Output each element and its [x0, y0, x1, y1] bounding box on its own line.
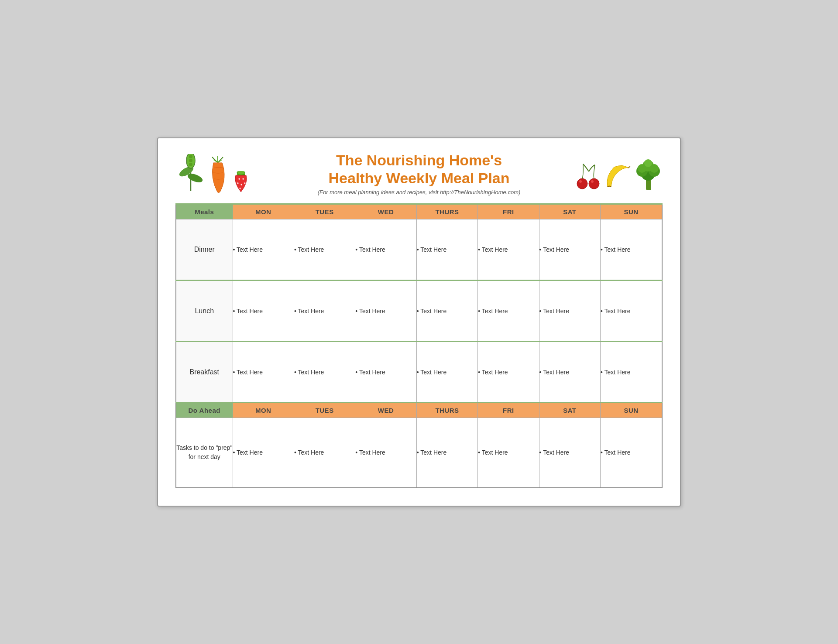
- do-ahead-tues-header: TUES: [294, 403, 355, 418]
- dinner-tues[interactable]: Text Here: [294, 219, 355, 281]
- dinner-thurs[interactable]: Text Here: [416, 219, 477, 281]
- lunch-label: Lunch: [176, 281, 233, 342]
- subtitle: (For more meal planning ideas and recipe…: [263, 189, 575, 195]
- lunch-row: Lunch Text Here Text Here Text Here Text…: [176, 281, 662, 342]
- breakfast-sun[interactable]: Text Here: [601, 342, 662, 403]
- svg-point-19: [244, 182, 246, 184]
- header-title: The Nourishing Home's Healthy Weekly Mea…: [263, 151, 575, 195]
- lunch-tues[interactable]: Text Here: [294, 281, 355, 342]
- do-ahead-fri-header: FRI: [478, 403, 539, 418]
- do-ahead-mon-header: MON: [233, 403, 294, 418]
- do-ahead-header-row: Do Ahead MON TUES WED THURS FRI SAT SUN: [176, 403, 662, 418]
- do-ahead-mon[interactable]: Text Here: [233, 418, 294, 488]
- breakfast-thurs[interactable]: Text Here: [416, 342, 477, 403]
- wed-header: WED: [355, 204, 416, 219]
- svg-point-23: [579, 180, 582, 183]
- dinner-sun[interactable]: Text Here: [601, 219, 662, 281]
- do-ahead-sat[interactable]: Text Here: [539, 418, 600, 488]
- tues-header: TUES: [294, 204, 355, 219]
- dinner-wed[interactable]: Text Here: [355, 219, 416, 281]
- do-ahead-sun-header: SUN: [601, 403, 662, 418]
- right-icons: [575, 156, 663, 191]
- do-ahead-wed[interactable]: Text Here: [355, 418, 416, 488]
- svg-point-18: [241, 184, 242, 185]
- lunch-wed[interactable]: Text Here: [355, 281, 416, 342]
- sun-header: SUN: [601, 204, 662, 219]
- strawberry-icon: [231, 169, 251, 193]
- lunch-mon[interactable]: Text Here: [233, 281, 294, 342]
- svg-point-17: [237, 182, 239, 184]
- meal-plan-table: Meals MON TUES WED THURS FRI SAT SUN Din…: [175, 203, 663, 488]
- do-ahead-tues[interactable]: Text Here: [294, 418, 355, 488]
- fri-header: FRI: [478, 204, 539, 219]
- dinner-row: Dinner Text Here Text Here Text Here Tex…: [176, 219, 662, 281]
- broccoli-icon: [634, 156, 663, 191]
- svg-point-16: [243, 178, 244, 180]
- do-ahead-fri[interactable]: Text Here: [478, 418, 539, 488]
- breakfast-label: Breakfast: [176, 342, 233, 403]
- title-line1: The Nourishing Home's Healthy Weekly Mea…: [263, 151, 575, 187]
- do-ahead-thurs-header: THURS: [416, 403, 477, 418]
- lunch-sat[interactable]: Text Here: [539, 281, 600, 342]
- breakfast-tues[interactable]: Text Here: [294, 342, 355, 403]
- svg-point-15: [239, 178, 240, 180]
- svg-point-14: [237, 171, 244, 175]
- svg-point-4: [189, 155, 192, 158]
- svg-point-22: [589, 178, 599, 189]
- svg-point-24: [591, 180, 594, 183]
- breakfast-mon[interactable]: Text Here: [233, 342, 294, 403]
- peas-icon: [175, 154, 204, 193]
- svg-point-6: [189, 163, 192, 166]
- do-ahead-header: Do Ahead: [176, 403, 233, 418]
- meals-header: Meals: [176, 204, 233, 219]
- breakfast-fri[interactable]: Text Here: [478, 342, 539, 403]
- do-ahead-thurs[interactable]: Text Here: [416, 418, 477, 488]
- dinner-sat[interactable]: Text Here: [539, 219, 600, 281]
- lunch-sun[interactable]: Text Here: [601, 281, 662, 342]
- breakfast-row: Breakfast Text Here Text Here Text Here …: [176, 342, 662, 403]
- lunch-fri[interactable]: Text Here: [478, 281, 539, 342]
- sat-header: SAT: [539, 204, 600, 219]
- carrot-icon: [206, 156, 230, 193]
- cherry-icon: [577, 163, 601, 191]
- mon-header: MON: [233, 204, 294, 219]
- breakfast-sat[interactable]: Text Here: [539, 342, 600, 403]
- svg-point-20: [240, 188, 241, 189]
- breakfast-wed[interactable]: Text Here: [355, 342, 416, 403]
- do-ahead-wed-header: WED: [355, 403, 416, 418]
- left-icons: [175, 154, 263, 193]
- dinner-label: Dinner: [176, 219, 233, 281]
- banana-icon: [603, 163, 632, 191]
- do-ahead-label: Tasks to do to "prep" for next day: [176, 418, 233, 488]
- do-ahead-sat-header: SAT: [539, 403, 600, 418]
- thurs-header: THURS: [416, 204, 477, 219]
- do-ahead-content-row: Tasks to do to "prep" for next day Text …: [176, 418, 662, 488]
- lunch-thurs[interactable]: Text Here: [416, 281, 477, 342]
- dinner-fri[interactable]: Text Here: [478, 219, 539, 281]
- svg-point-21: [577, 178, 587, 189]
- do-ahead-sun[interactable]: Text Here: [601, 418, 662, 488]
- dinner-mon[interactable]: Text Here: [233, 219, 294, 281]
- header: The Nourishing Home's Healthy Weekly Mea…: [175, 151, 663, 195]
- days-header-row: Meals MON TUES WED THURS FRI SAT SUN: [176, 204, 662, 219]
- svg-point-32: [644, 159, 652, 167]
- svg-point-5: [189, 159, 192, 162]
- meal-plan-page: The Nourishing Home's Healthy Weekly Mea…: [157, 137, 681, 506]
